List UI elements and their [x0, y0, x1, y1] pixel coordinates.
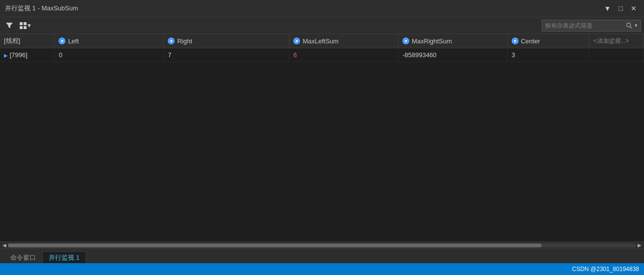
tab-parallel-watch[interactable]: 并行监视 1 — [42, 251, 86, 263]
col-addwatch: <添加监视...> — [589, 34, 644, 48]
svg-rect-1 — [24, 22, 27, 25]
status-text: CSDN @2301_80194838 — [572, 266, 639, 273]
svg-line-5 — [630, 26, 632, 28]
grid-dropdown-arrow: ▾ — [28, 22, 31, 29]
col-center: ● Center — [507, 34, 589, 48]
table-header-row: [线程] ● Left ● Right ● — [0, 34, 644, 48]
col-maxleftsum-icon: ● — [293, 37, 300, 44]
col-left-icon: ● — [59, 37, 65, 44]
search-dropdown-arrow[interactable]: ▾ — [635, 22, 638, 29]
filter-toggle-btn[interactable] — [3, 19, 16, 32]
title-bar: 并行监视 1 - MaxSubSum ▼ □ ✕ — [0, 0, 644, 17]
cell-center: 3 — [507, 48, 589, 62]
title-bar-dropdown-btn[interactable]: ▼ — [602, 4, 613, 13]
watch-table: [线程] ● Left ● Right ● — [0, 34, 644, 62]
cell-thread: ▶ [7996] — [0, 48, 55, 62]
table-container: [线程] ● Left ● Right ● — [0, 34, 644, 241]
title-bar-controls: ▼ □ ✕ — [602, 4, 639, 13]
title-bar-maximize-btn[interactable]: □ — [616, 4, 625, 13]
scrollbar-track[interactable] — [8, 243, 636, 247]
cell-left: 0 — [55, 48, 164, 62]
cell-right: 7 — [164, 48, 289, 62]
search-btn[interactable] — [626, 22, 633, 29]
horizontal-scrollbar: ◀ ▶ — [0, 241, 644, 248]
svg-rect-3 — [24, 26, 27, 29]
col-maxrightsum: ● MaxRightSum — [398, 34, 507, 48]
bottom-tabs: 命令窗口 并行监视 1 — [0, 248, 644, 263]
scroll-right-btn[interactable]: ▶ — [636, 242, 643, 248]
row-indicator: ▶ — [4, 53, 8, 58]
title-bar-close-btn[interactable]: ✕ — [628, 4, 639, 13]
title-bar-text: 并行监视 1 - MaxSubSum — [5, 4, 602, 13]
search-box: ▾ — [542, 20, 641, 32]
scroll-left-btn[interactable]: ◀ — [1, 242, 8, 248]
col-thread: [线程] — [0, 34, 55, 48]
table-row[interactable]: ▶ [7996] 0 7 6 -858993460 3 — [0, 48, 644, 62]
cell-maxleftsum: 6 — [289, 48, 399, 62]
svg-rect-2 — [20, 26, 23, 29]
svg-point-4 — [627, 23, 631, 27]
svg-rect-0 — [20, 22, 23, 25]
cell-maxrightsum: -858993460 — [398, 48, 507, 62]
search-input[interactable] — [545, 22, 624, 29]
tab-cmd[interactable]: 命令窗口 — [4, 251, 42, 263]
col-left: ● Left — [55, 34, 164, 48]
scrollbar-thumb[interactable] — [8, 243, 542, 247]
grid-dropdown-btn[interactable]: ▾ — [18, 21, 33, 30]
col-right: ● Right — [164, 34, 289, 48]
col-right-icon: ● — [168, 37, 175, 44]
status-bar: CSDN @2301_80194838 — [0, 263, 644, 275]
col-maxrightsum-icon: ● — [402, 37, 409, 44]
toolbar: ▾ ▾ — [0, 17, 644, 34]
cell-addwatch — [589, 48, 644, 62]
col-maxleftsum: ● MaxLeftSum — [289, 34, 399, 48]
col-center-icon: ● — [512, 37, 519, 44]
